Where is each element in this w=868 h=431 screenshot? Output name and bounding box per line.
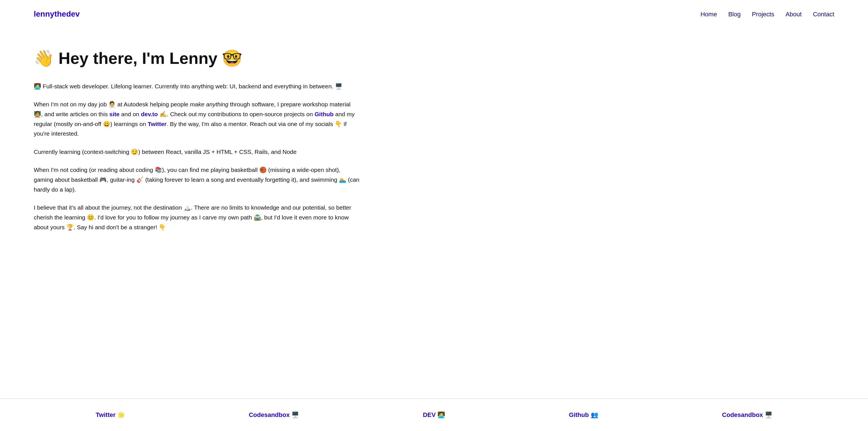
nav-about[interactable]: About	[785, 9, 802, 19]
site-header: lennythedev Home Blog Projects About Con…	[0, 0, 868, 28]
site-footer: Twitter 🌟 Codesandbox 🖥️ DEV 🧑‍💻 Github …	[0, 398, 868, 431]
footer-github[interactable]: Github 👥	[569, 410, 598, 420]
footer-codesandbox-1[interactable]: Codesandbox 🖥️	[249, 410, 299, 420]
philosophy-paragraph: I believe that it's all about the journe…	[34, 203, 360, 232]
nav-blog[interactable]: Blog	[728, 9, 741, 19]
work-text-italic: make anything	[190, 101, 228, 107]
page-title: 👋 Hey there, I'm Lenny 🤓	[34, 45, 360, 71]
site-link[interactable]: site	[110, 111, 120, 117]
hobbies-paragraph: When I'm not coding (or reading about co…	[34, 165, 360, 194]
nav-contact[interactable]: Contact	[813, 9, 834, 19]
intro-paragraph: 🧑‍💻 Full-stack web developer. Lifelong l…	[34, 82, 360, 91]
devto-link[interactable]: dev.to	[141, 111, 158, 117]
github-link[interactable]: Github	[314, 111, 334, 117]
main-nav: Home Blog Projects About Contact	[700, 9, 834, 19]
site-logo[interactable]: lennythedev	[34, 8, 80, 21]
twitter-link[interactable]: Twitter	[148, 121, 166, 127]
footer-dev[interactable]: DEV 🧑‍💻	[423, 410, 445, 420]
work-text-pre: When I'm not on my day job 🧑‍💼 at Autode…	[34, 101, 190, 107]
nav-home[interactable]: Home	[700, 9, 717, 19]
learning-paragraph: Currently learning (context-switching 😏)…	[34, 147, 360, 157]
work-paragraph: When I'm not on my day job 🧑‍💼 at Autode…	[34, 100, 360, 139]
footer-codesandbox-2[interactable]: Codesandbox 🖥️	[722, 410, 772, 420]
footer-twitter[interactable]: Twitter 🌟	[96, 410, 125, 420]
work-text-mid3: ✍️. Check out my contributions to open-s…	[158, 111, 314, 117]
main-content: 👋 Hey there, I'm Lenny 🤓 🧑‍💻 Full-stack …	[0, 28, 394, 398]
content-body: 🧑‍💻 Full-stack web developer. Lifelong l…	[34, 82, 360, 233]
nav-projects[interactable]: Projects	[752, 9, 774, 19]
work-text-mid2: and on	[120, 111, 141, 117]
